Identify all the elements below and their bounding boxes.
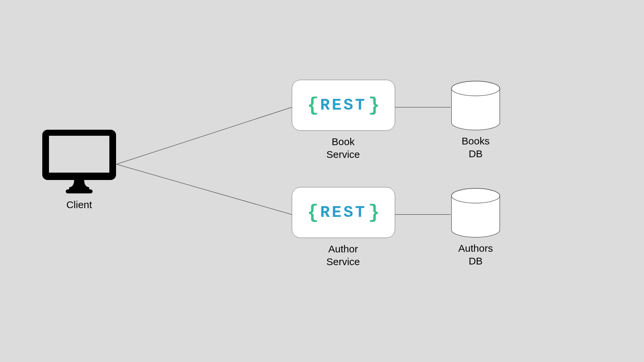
client-monitor-icon — [42, 130, 116, 193]
books-db-label: Books DB — [442, 135, 509, 160]
authors-db-label: Authors DB — [442, 242, 509, 267]
books-db-icon — [450, 80, 501, 131]
brace-open-icon: { — [306, 95, 320, 116]
author-service-node: { REST } — [292, 187, 395, 238]
author-service-label: Author Service — [292, 243, 394, 268]
brace-open-icon: { — [306, 202, 320, 224]
svg-rect-6 — [66, 189, 93, 193]
authors-db-icon — [450, 188, 501, 238]
book-service-node: { REST } — [292, 80, 395, 131]
svg-line-0 — [116, 107, 292, 164]
rest-badge: REST — [320, 203, 367, 222]
svg-line-1 — [116, 164, 292, 215]
brace-close-icon: } — [367, 95, 381, 116]
brace-close-icon: } — [367, 202, 381, 224]
svg-rect-5 — [49, 136, 109, 173]
client-label: Client — [42, 198, 116, 211]
book-service-label: Book Service — [292, 135, 394, 161]
diagram-canvas: { "client": { "label": "Client" }, "serv… — [0, 0, 644, 362]
rest-badge: REST — [320, 96, 367, 114]
